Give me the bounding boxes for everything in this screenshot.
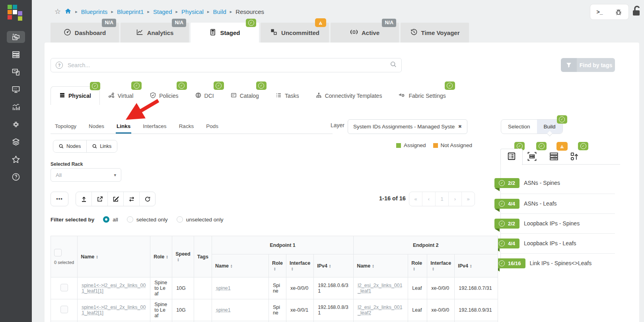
subtab-racks[interactable]: Racks bbox=[178, 119, 195, 134]
favorite-star-icon[interactable]: ☆ bbox=[54, 7, 61, 16]
link-name-link[interactable]: spine1<->l2_esi_2x_links_001_leaf2[1] bbox=[82, 305, 146, 316]
export-button[interactable] bbox=[91, 192, 107, 206]
sort-icon[interactable]: ▴▾ bbox=[274, 267, 276, 271]
sort-icon[interactable]: ▴▾ bbox=[470, 264, 472, 268]
sidebar-item-design[interactable] bbox=[7, 66, 25, 78]
radio-selected-icon[interactable] bbox=[103, 216, 109, 223]
col-ep1-interface[interactable]: Interface▴▾ bbox=[286, 254, 314, 277]
col-ep1-name[interactable]: Name▴▾ bbox=[212, 254, 268, 277]
col-ep2-role[interactable]: Role▴▾ bbox=[408, 254, 427, 277]
view-tab-device-up[interactable] bbox=[570, 151, 580, 163]
breadcrumb-staged[interactable]: Staged bbox=[153, 8, 172, 15]
breadcrumb-build[interactable]: Build bbox=[213, 8, 226, 15]
col-ep2-name[interactable]: Name▴▾ bbox=[354, 254, 408, 277]
more-actions-button[interactable]: ••• bbox=[51, 192, 68, 206]
sidebar-item-platform[interactable] bbox=[7, 136, 25, 148]
tab-analytics[interactable]: N/A Analytics bbox=[121, 23, 189, 43]
sort-icon[interactable]: ▴▾ bbox=[372, 264, 374, 268]
sidebar-item-resources[interactable] bbox=[7, 83, 25, 95]
resource-row-asns-leafs[interactable]: ✓4/4 ASNs - Leafs bbox=[494, 199, 557, 209]
tab-fabric-settings[interactable]: ✓ Fabric Settings bbox=[390, 86, 454, 105]
subtab-pods[interactable]: Pods bbox=[205, 119, 219, 134]
sidebar-item-devices[interactable] bbox=[7, 48, 25, 60]
search-links-button[interactable]: Links bbox=[86, 140, 117, 152]
view-tab-resources-list[interactable] bbox=[500, 149, 523, 165]
radio-icon[interactable] bbox=[177, 216, 183, 223]
endpoint-name-link[interactable]: l2_esi_2x_links_001_leaf1 bbox=[358, 283, 403, 294]
view-tab-servers[interactable] bbox=[549, 151, 559, 163]
sort-icon[interactable]: ▴▾ bbox=[432, 267, 434, 271]
bug-icon[interactable] bbox=[615, 8, 622, 16]
search-input[interactable] bbox=[67, 62, 386, 69]
col-ep2-interface[interactable]: Interface▴▾ bbox=[427, 254, 455, 277]
breadcrumb-physical[interactable]: Physical bbox=[181, 8, 204, 15]
resource-row-loopback-spines[interactable]: ✓2/2 Loopback IPs - Spines bbox=[494, 219, 580, 229]
resource-row-loopback-leafs[interactable]: ✓4/4 Loopback IPs - Leafs bbox=[494, 239, 576, 248]
col-ep1-role[interactable]: Role▴▾ bbox=[268, 254, 286, 277]
col-name[interactable]: Name▴▾ bbox=[78, 236, 150, 277]
filter-option-selected-only[interactable]: selected only bbox=[127, 216, 168, 223]
resource-row-asns-spines[interactable]: ✓2/2 ASNs - Spines bbox=[494, 178, 560, 188]
next-page-button[interactable]: › bbox=[448, 192, 461, 206]
tab-staged[interactable]: ✓ Staged bbox=[191, 23, 259, 43]
subtab-topology[interactable]: Topology bbox=[54, 119, 77, 134]
selected-rack-select[interactable]: All ▾ bbox=[51, 168, 121, 182]
filter-option-all[interactable]: all bbox=[103, 216, 118, 223]
sidebar-item-analytics[interactable] bbox=[7, 101, 25, 113]
tab-uncommitted[interactable]: ▲! Uncommitted bbox=[261, 23, 329, 43]
subtab-nodes[interactable]: Nodes bbox=[88, 119, 105, 134]
sidebar-item-external-systems[interactable] bbox=[7, 118, 25, 130]
endpoint-name-link[interactable]: spine1 bbox=[216, 307, 231, 313]
find-by-tags-button[interactable]: Find by tags bbox=[561, 58, 615, 72]
sort-icon[interactable]: ▴▾ bbox=[292, 267, 293, 271]
sort-icon[interactable]: ▴▾ bbox=[166, 255, 168, 259]
swap-button[interactable] bbox=[123, 192, 139, 206]
endpoint-name-link[interactable]: spine1 bbox=[216, 285, 231, 291]
radio-icon[interactable] bbox=[127, 216, 133, 223]
breadcrumb-blueprint1[interactable]: Blueprint1 bbox=[117, 8, 144, 15]
last-page-button[interactable]: » bbox=[461, 192, 475, 206]
sort-icon[interactable]: ▴▾ bbox=[329, 264, 331, 268]
first-page-button[interactable]: « bbox=[409, 192, 422, 206]
sidebar-item-help[interactable] bbox=[7, 171, 25, 183]
resource-row-link-ips[interactable]: ✓16/16 Link IPs - Spines<>Leafs bbox=[494, 258, 591, 268]
apstra-logo[interactable] bbox=[8, 5, 24, 21]
col-ep1-ipv4[interactable]: IPv4▴▾ bbox=[314, 254, 354, 277]
link-name-link[interactable]: spine1<->l2_esi_2x_links_001_leaf1[1] bbox=[82, 283, 146, 294]
breadcrumb-blueprints[interactable]: Blueprints bbox=[81, 8, 108, 15]
row-checkbox[interactable] bbox=[60, 284, 68, 291]
search-help-icon[interactable]: ? bbox=[56, 62, 63, 69]
tab-dci[interactable]: ✓ DCI bbox=[187, 86, 222, 105]
page-number[interactable]: 1 bbox=[435, 192, 448, 206]
tab-tasks[interactable]: Tasks bbox=[267, 86, 307, 105]
col-speed[interactable]: Speed▴▾ bbox=[172, 236, 194, 277]
home-icon[interactable] bbox=[64, 8, 72, 16]
sort-icon[interactable]: ▴▾ bbox=[96, 255, 98, 259]
col-ep2-ipv4[interactable]: IPv4▴▾ bbox=[455, 254, 498, 277]
sort-icon[interactable]: ▴▾ bbox=[177, 258, 179, 262]
select-all-checkbox[interactable] bbox=[54, 249, 62, 256]
layer-select[interactable]: System IDs Assignments - Managed Systems… bbox=[348, 119, 467, 134]
endpoint-name-link[interactable]: l2_esi_2x_links_001_leaf2 bbox=[358, 305, 403, 316]
tab-time-voyager[interactable]: Time Voyager bbox=[401, 23, 469, 43]
lock-open-icon[interactable] bbox=[632, 5, 643, 19]
sort-icon[interactable]: ▴▾ bbox=[231, 264, 232, 268]
tab-virtual[interactable]: ✓ Virtual bbox=[100, 86, 142, 105]
tab-catalog[interactable]: ✓ Catalog bbox=[222, 86, 267, 105]
tab-physical[interactable]: ✓ Physical bbox=[51, 86, 100, 105]
col-role[interactable]: Role▴▾ bbox=[150, 236, 172, 277]
api-console-icon[interactable]: >_ bbox=[597, 9, 603, 15]
refresh-button[interactable] bbox=[139, 192, 155, 206]
edit-button[interactable] bbox=[107, 192, 123, 206]
sidebar-item-blueprints[interactable] bbox=[7, 31, 25, 43]
tab-dashboard[interactable]: N/A Dashboard bbox=[51, 23, 119, 43]
search-icon[interactable] bbox=[390, 61, 397, 69]
sort-icon[interactable]: ▴▾ bbox=[413, 267, 415, 271]
search-nodes-button[interactable]: Nodes bbox=[53, 140, 86, 152]
clear-layer-icon[interactable]: ✖ bbox=[458, 124, 462, 129]
tab-selection[interactable]: Selection bbox=[501, 120, 537, 134]
tab-policies[interactable]: ✓ Policies bbox=[142, 86, 187, 105]
prev-page-button[interactable]: ‹ bbox=[422, 192, 435, 206]
upload-button[interactable] bbox=[76, 192, 91, 206]
subtab-interfaces[interactable]: Interfaces bbox=[142, 119, 167, 134]
